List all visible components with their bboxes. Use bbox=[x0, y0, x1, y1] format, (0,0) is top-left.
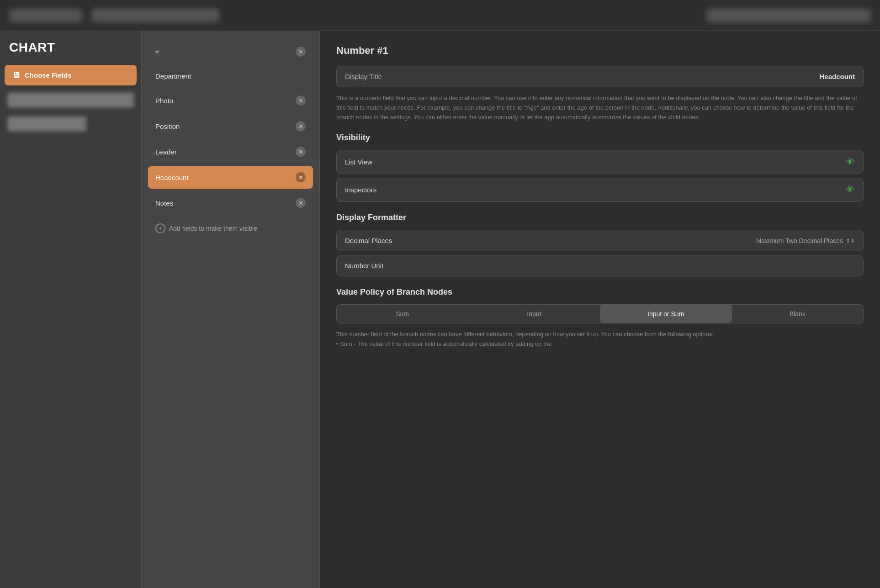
number-unit-label: Number Unit bbox=[345, 262, 383, 270]
stepper-icon: ⬆⬇ bbox=[846, 238, 855, 244]
policy-btn-input[interactable]: Input bbox=[468, 305, 600, 323]
app-title: CHART bbox=[5, 40, 137, 59]
field-item-photo[interactable]: Photo ✕ bbox=[148, 89, 313, 112]
field-label-photo: Photo bbox=[155, 97, 173, 105]
field-description: This is a numeric field that you can inp… bbox=[336, 94, 864, 122]
plus-icon: + bbox=[155, 223, 165, 233]
main-layout: CHART 🖥 Choose Fields # ✕ Department Pho… bbox=[0, 31, 880, 588]
visibility-section: Visibility List View 👁 Inspectors 👁 bbox=[336, 133, 864, 202]
decimal-places-row[interactable]: Decimal Places Maximum Two Decimal Place… bbox=[336, 230, 864, 251]
display-title-label: Display Title bbox=[345, 73, 382, 80]
choose-fields-label: Choose Fields bbox=[25, 71, 72, 79]
policy-btn-input-or-sum[interactable]: Input or Sum bbox=[600, 305, 732, 323]
visibility-inspectors[interactable]: Inspectors 👁 bbox=[336, 178, 864, 202]
field-label-notes: Notes bbox=[155, 199, 173, 207]
top-bar-item-2 bbox=[91, 9, 219, 22]
field-label-headcount: Headcount bbox=[155, 174, 189, 181]
remove-headcount-button[interactable]: ✕ bbox=[296, 172, 306, 182]
decimal-places-text: Maximum Two Decimal Places bbox=[756, 237, 843, 244]
policy-buttons-group: Sum Input Input or Sum Blank bbox=[336, 304, 864, 323]
field-item-department[interactable]: Department bbox=[148, 66, 313, 86]
field-label-position: Position bbox=[155, 122, 180, 130]
policy-btn-blank[interactable]: Blank bbox=[732, 305, 863, 323]
top-bar bbox=[0, 0, 880, 31]
remove-notes-button[interactable]: ✕ bbox=[296, 198, 306, 208]
remove-hash-button[interactable]: ✕ bbox=[296, 47, 306, 57]
inspectors-eye-icon[interactable]: 👁 bbox=[846, 185, 855, 195]
add-fields-label: Add fields to make them visible bbox=[169, 225, 257, 232]
field-item-leader[interactable]: Leader ✕ bbox=[148, 140, 313, 163]
sidebar-blurred-1 bbox=[7, 93, 134, 107]
add-fields-button[interactable]: + Add fields to make them visible bbox=[148, 217, 313, 240]
top-bar-item-3 bbox=[706, 9, 871, 22]
display-title-row: Display Title Headcount bbox=[336, 66, 864, 87]
fields-list: # ✕ Department Photo ✕ Position ✕ Leader… bbox=[142, 31, 320, 588]
field-label-hash: # bbox=[155, 48, 159, 56]
inspectors-label: Inspectors bbox=[345, 186, 376, 194]
visibility-list-view[interactable]: List View 👁 bbox=[336, 150, 864, 174]
sidebar-blurred-2 bbox=[7, 117, 86, 131]
top-bar-item-1 bbox=[9, 9, 82, 22]
decimal-places-value: Maximum Two Decimal Places ⬆⬇ bbox=[756, 237, 855, 244]
decimal-places-label: Decimal Places bbox=[345, 237, 392, 244]
remove-leader-button[interactable]: ✕ bbox=[296, 147, 306, 157]
formatter-title: Display Formatter bbox=[336, 213, 864, 222]
number-unit-row[interactable]: Number Unit bbox=[336, 255, 864, 276]
field-item-headcount[interactable]: Headcount ✕ bbox=[148, 166, 313, 189]
field-label-leader: Leader bbox=[155, 148, 177, 156]
display-title-value: Headcount bbox=[819, 73, 855, 80]
visibility-title: Visibility bbox=[336, 133, 864, 143]
monitor-icon: 🖥 bbox=[12, 70, 20, 80]
list-view-label: List View bbox=[345, 158, 372, 166]
formatter-section: Display Formatter Decimal Places Maximum… bbox=[336, 213, 864, 276]
list-view-eye-icon[interactable]: 👁 bbox=[846, 157, 855, 167]
policy-btn-sum[interactable]: Sum bbox=[337, 305, 468, 323]
remove-position-button[interactable]: ✕ bbox=[296, 121, 306, 131]
right-panel: Number #1 Display Title Headcount This i… bbox=[320, 31, 880, 588]
policy-title: Value Policy of Branch Nodes bbox=[336, 287, 864, 297]
field-label-department: Department bbox=[155, 72, 191, 80]
choose-fields-button[interactable]: 🖥 Choose Fields bbox=[5, 65, 137, 85]
sidebar: CHART 🖥 Choose Fields bbox=[0, 31, 142, 588]
number-section-title: Number #1 bbox=[336, 45, 864, 57]
policy-section: Value Policy of Branch Nodes Sum Input I… bbox=[336, 287, 864, 349]
field-item-notes[interactable]: Notes ✕ bbox=[148, 191, 313, 214]
policy-description: This number field of the branch nodes ca… bbox=[336, 330, 864, 349]
field-item-position[interactable]: Position ✕ bbox=[148, 115, 313, 138]
remove-photo-button[interactable]: ✕ bbox=[296, 95, 306, 106]
field-item-hash[interactable]: # ✕ bbox=[148, 40, 313, 63]
